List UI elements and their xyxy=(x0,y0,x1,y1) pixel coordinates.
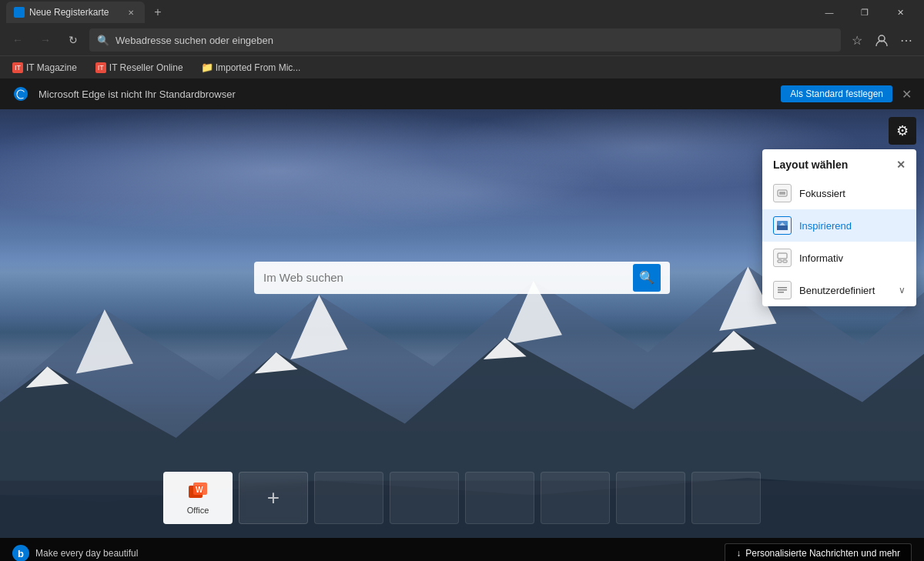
new-tab-page: 🔍 W Office + ⚙ Layout wählen ✕ xyxy=(0,109,924,538)
edge-logo xyxy=(12,85,29,102)
set-default-button[interactable]: Als Standard festlegen xyxy=(781,85,892,102)
svg-text:W: W xyxy=(196,486,203,494)
bottom-bar: b Make every day beautiful ↓ Personalisi… xyxy=(0,538,924,561)
empty-tile-4[interactable] xyxy=(541,472,610,524)
layout-panel-header: Layout wählen ✕ xyxy=(762,149,916,177)
focused-layout-icon xyxy=(773,184,792,202)
svg-rect-22 xyxy=(779,192,785,195)
refresh-button[interactable]: ↻ xyxy=(62,28,85,52)
address-text: Webadresse suchen oder eingeben xyxy=(116,35,833,46)
svg-rect-27 xyxy=(778,260,782,262)
imported-folder-icon: 📁 xyxy=(202,62,213,73)
nav-right-icons: ☆ ⋯ xyxy=(845,28,918,52)
profile-button[interactable] xyxy=(870,28,893,52)
maximize-button[interactable]: ❐ xyxy=(847,0,882,25)
empty-tile-1[interactable] xyxy=(314,472,383,524)
tab-close-button[interactable]: ✕ xyxy=(125,6,137,18)
new-tab-button[interactable]: + xyxy=(148,2,168,22)
inspiring-layout-icon xyxy=(773,216,792,235)
bookmark-it-reseller[interactable]: IT IT Reseller Online xyxy=(89,61,189,75)
minimize-button[interactable]: — xyxy=(812,0,847,25)
window-controls: — ❐ ✕ xyxy=(812,0,918,25)
address-bar[interactable]: 🔍 Webadresse suchen oder eingeben xyxy=(89,28,841,52)
svg-rect-30 xyxy=(778,287,787,289)
tab-label: Neue Registerkarte xyxy=(29,7,109,18)
news-arrow-icon: ↓ xyxy=(736,548,741,559)
focused-label: Fokussiert xyxy=(799,188,845,199)
layout-option-focused[interactable]: Fokussiert xyxy=(762,177,916,209)
svg-rect-29 xyxy=(778,289,787,291)
office-tile-label: Office xyxy=(187,506,209,515)
empty-tile-2[interactable] xyxy=(390,472,459,524)
imported-label: Imported From Mic... xyxy=(216,62,301,73)
notification-text: Microsoft Edge ist nicht Ihr Standardbro… xyxy=(38,88,772,100)
it-magazine-label: IT Magazine xyxy=(26,62,77,73)
it-reseller-label: IT Reseller Online xyxy=(109,62,183,73)
empty-tile-6[interactable] xyxy=(691,472,761,524)
layout-panel: Layout wählen ✕ Fokussiert Insp xyxy=(762,149,916,306)
bing-logo-area: b Make every day beautiful xyxy=(12,545,138,561)
layout-panel-close-button[interactable]: ✕ xyxy=(896,159,906,171)
bookmarks-bar: IT IT Magazine IT IT Reseller Online 📁 I… xyxy=(0,55,924,78)
layout-panel-title: Layout wählen xyxy=(773,159,848,171)
active-tab[interactable]: Neue Registerkarte ✕ xyxy=(6,2,145,23)
favorites-button[interactable]: ☆ xyxy=(845,28,869,52)
back-button[interactable]: ← xyxy=(6,28,29,52)
svg-rect-26 xyxy=(778,253,787,259)
it-magazine-favicon: IT xyxy=(12,62,23,73)
search-submit-button[interactable]: 🔍 xyxy=(633,264,661,292)
notification-close-button[interactable]: ✕ xyxy=(902,87,912,102)
search-input[interactable] xyxy=(263,271,625,284)
layout-option-informative[interactable]: Informativ xyxy=(762,242,916,274)
titlebar: Neue Registerkarte ✕ + — ❐ ✕ xyxy=(0,0,924,25)
tab-favicon xyxy=(14,7,25,18)
bing-tagline: Make every day beautiful xyxy=(35,548,138,559)
custom-label: Benutzerdefiniert xyxy=(799,285,875,296)
layout-option-custom[interactable]: Benutzerdefiniert ∨ xyxy=(762,274,916,306)
address-search-icon: 🔍 xyxy=(97,35,109,46)
inspiring-label: Inspirierend xyxy=(799,220,852,232)
add-icon: + xyxy=(267,486,280,510)
settings-gear-button[interactable]: ⚙ xyxy=(889,117,916,145)
add-tile[interactable]: + xyxy=(239,472,308,524)
bookmark-imported[interactable]: 📁 Imported From Mic... xyxy=(196,61,307,75)
empty-tile-5[interactable] xyxy=(616,472,685,524)
it-reseller-favicon: IT xyxy=(95,62,106,73)
svg-rect-24 xyxy=(777,225,788,230)
svg-rect-28 xyxy=(783,260,787,262)
layout-option-inspiring[interactable]: Inspirierend xyxy=(762,209,916,242)
svg-rect-31 xyxy=(778,292,784,293)
forward-button[interactable]: → xyxy=(34,28,57,52)
informative-layout-icon xyxy=(773,249,792,267)
quick-tiles-container: W Office + xyxy=(163,472,761,524)
personalized-news-button[interactable]: ↓ Personalisierte Nachrichten und mehr xyxy=(725,543,912,561)
office-icon: W xyxy=(187,481,209,503)
office-tile[interactable]: W Office xyxy=(163,472,233,524)
search-container: 🔍 xyxy=(254,262,670,294)
hub-button[interactable]: ⋯ xyxy=(895,28,918,52)
bing-logo: b xyxy=(12,545,29,561)
news-button-label: Personalisierte Nachrichten und mehr xyxy=(745,548,900,559)
search-box: 🔍 xyxy=(254,262,670,294)
bookmark-it-magazine[interactable]: IT IT Magazine xyxy=(6,61,83,75)
informative-label: Informativ xyxy=(799,252,843,264)
custom-chevron-icon: ∨ xyxy=(899,285,906,296)
navbar: ← → ↻ 🔍 Webadresse suchen oder eingeben … xyxy=(0,25,924,55)
notification-bar: Microsoft Edge ist nicht Ihr Standardbro… xyxy=(0,78,924,109)
close-button[interactable]: ✕ xyxy=(882,0,918,25)
empty-tile-3[interactable] xyxy=(465,472,534,524)
custom-layout-icon xyxy=(773,281,792,299)
